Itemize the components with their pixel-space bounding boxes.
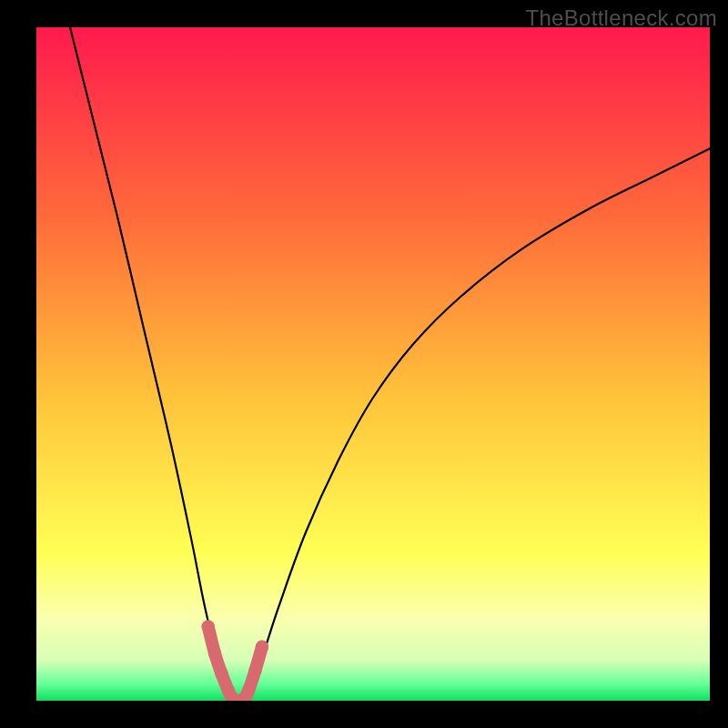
plot-svg — [36, 27, 710, 701]
minimum-marker-dot — [242, 684, 255, 697]
minimum-marker-dot — [202, 620, 215, 632]
plot-area — [36, 27, 710, 701]
minimum-marker-dot — [256, 641, 268, 653]
minimum-marker-dot — [248, 664, 261, 677]
chart-frame: TheBottleneck.com — [0, 0, 728, 728]
gradient-background — [36, 27, 710, 701]
minimum-marker-dot — [208, 647, 221, 660]
minimum-marker-dot — [215, 667, 228, 680]
